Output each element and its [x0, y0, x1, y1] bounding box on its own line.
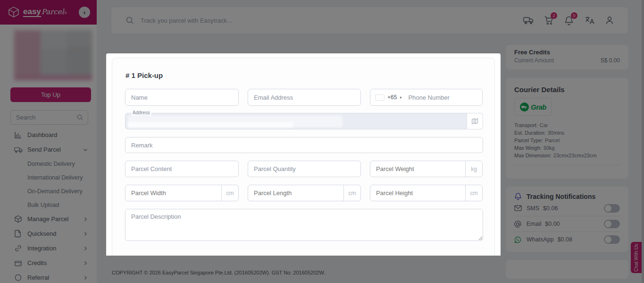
email-field[interactable] — [248, 89, 361, 106]
parcel-quantity-field[interactable] — [248, 161, 361, 177]
parcel-weight-input[interactable] — [370, 165, 465, 172]
chevron-down-icon: ▾ — [400, 95, 401, 100]
parcel-height-field[interactable]: cm — [370, 185, 483, 201]
parcel-description-field[interactable] — [125, 209, 483, 241]
remark-field[interactable] — [125, 137, 483, 153]
parcel-width-field[interactable]: cm — [125, 185, 239, 201]
redacted-address-value — [128, 122, 293, 128]
address-label: Address — [131, 110, 151, 116]
address-field[interactable]: Address — [125, 113, 483, 129]
weight-unit-label: kg — [465, 161, 482, 177]
parcel-content-field[interactable] — [125, 161, 239, 177]
pickup-modal: # 1 Pick-up +65 ▾ Address kg cm cm cm — [106, 53, 501, 256]
phone-field[interactable]: +65 ▾ — [370, 89, 483, 106]
name-field[interactable] — [125, 89, 239, 106]
parcel-weight-field[interactable]: kg — [370, 161, 483, 177]
parcel-width-input[interactable] — [125, 189, 221, 197]
phone-country-code[interactable]: +65 — [387, 94, 397, 101]
parcel-length-field[interactable]: cm — [248, 185, 361, 201]
map-icon[interactable] — [467, 113, 483, 129]
height-unit-label: cm — [465, 185, 482, 201]
phone-number-input[interactable] — [408, 94, 477, 101]
pickup-title: # 1 Pick-up — [125, 71, 163, 79]
width-unit-label: cm — [221, 185, 238, 201]
singapore-flag-icon — [375, 94, 385, 101]
parcel-height-input[interactable] — [370, 189, 465, 197]
parcel-length-input[interactable] — [248, 189, 343, 197]
length-unit-label: cm — [343, 185, 360, 201]
